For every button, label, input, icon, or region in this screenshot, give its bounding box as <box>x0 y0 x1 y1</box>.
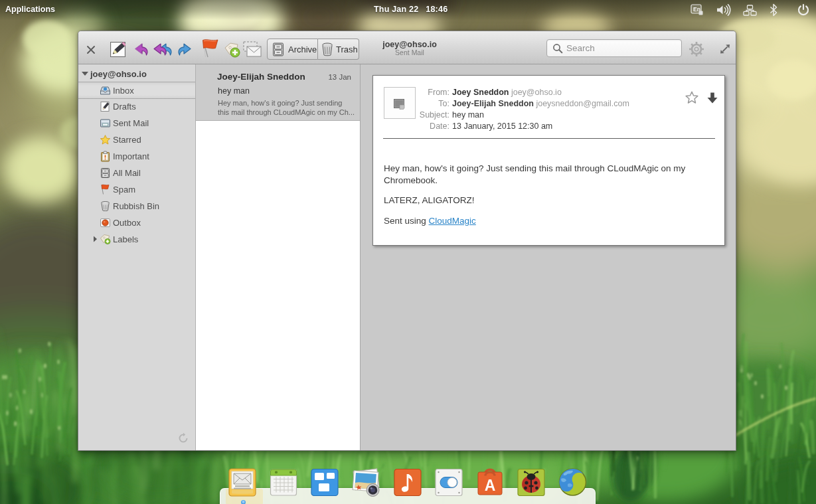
svg-text:A: A <box>485 477 496 494</box>
